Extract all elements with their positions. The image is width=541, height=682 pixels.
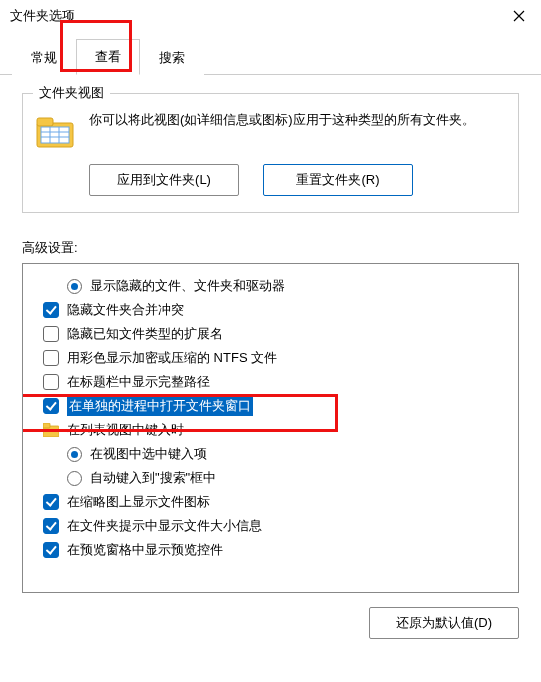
item-label: 在缩略图上显示文件图标 (67, 493, 210, 511)
list-item[interactable]: 在单独的进程中打开文件夹窗口 (31, 394, 510, 418)
item-label: 在列表视图中键入时 (67, 421, 184, 439)
list-item[interactable]: 显示隐藏的文件、文件夹和驱动器 (31, 274, 510, 298)
list-item[interactable]: 在文件夹提示中显示文件大小信息 (31, 514, 510, 538)
tab-strip: 常规 查看 搜索 (0, 38, 541, 75)
svg-rect-1 (37, 118, 53, 126)
list-item[interactable]: 在缩略图上显示文件图标 (31, 490, 510, 514)
folder-icon (35, 114, 75, 150)
checkbox-icon[interactable] (43, 326, 59, 342)
item-label: 自动键入到"搜索"框中 (90, 469, 216, 487)
apply-to-folders-button[interactable]: 应用到文件夹(L) (89, 164, 239, 196)
advanced-settings-label: 高级设置: (22, 239, 519, 257)
tab-view[interactable]: 查看 (76, 39, 140, 75)
checkbox-icon[interactable] (43, 302, 59, 318)
checkbox-icon[interactable] (43, 494, 59, 510)
item-label: 在视图中选中键入项 (90, 445, 207, 463)
checkbox-icon[interactable] (43, 398, 59, 414)
tab-panel-view: 文件夹视图 你可以将此视图(如详细信息或图标)应用于这种类型的所有文件夹。 应用… (0, 75, 541, 649)
list-item[interactable]: 隐藏已知文件类型的扩展名 (31, 322, 510, 346)
list-item[interactable]: 在列表视图中键入时 (31, 418, 510, 442)
advanced-settings-list[interactable]: 显示隐藏的文件、文件夹和驱动器 隐藏文件夹合并冲突 隐藏已知文件类型的扩展名 用… (22, 263, 519, 593)
restore-defaults-button[interactable]: 还原为默认值(D) (369, 607, 519, 639)
list-item[interactable]: 隐藏文件夹合并冲突 (31, 298, 510, 322)
group-title: 文件夹视图 (33, 84, 110, 102)
list-item[interactable]: 在预览窗格中显示预览控件 (31, 538, 510, 562)
item-label: 在文件夹提示中显示文件大小信息 (67, 517, 262, 535)
list-item[interactable]: 在标题栏中显示完整路径 (31, 370, 510, 394)
checkbox-icon[interactable] (43, 350, 59, 366)
checkbox-icon[interactable] (43, 518, 59, 534)
radio-icon[interactable] (67, 447, 82, 462)
item-label: 在标题栏中显示完整路径 (67, 373, 210, 391)
tab-general[interactable]: 常规 (12, 40, 76, 75)
svg-rect-8 (43, 423, 50, 428)
radio-icon[interactable] (67, 279, 82, 294)
item-label: 隐藏已知文件类型的扩展名 (67, 325, 223, 343)
item-label: 隐藏文件夹合并冲突 (67, 301, 184, 319)
close-icon[interactable] (507, 4, 531, 28)
folder-icon (43, 423, 59, 437)
checkbox-icon[interactable] (43, 374, 59, 390)
tab-search[interactable]: 搜索 (140, 40, 204, 75)
folder-views-description: 你可以将此视图(如详细信息或图标)应用于这种类型的所有文件夹。 (89, 110, 506, 130)
list-item[interactable]: 用彩色显示加密或压缩的 NTFS 文件 (31, 346, 510, 370)
list-item[interactable]: 自动键入到"搜索"框中 (31, 466, 510, 490)
item-label: 在预览窗格中显示预览控件 (67, 541, 223, 559)
checkbox-icon[interactable] (43, 542, 59, 558)
list-item[interactable]: 在视图中选中键入项 (31, 442, 510, 466)
window-title: 文件夹选项 (10, 7, 75, 25)
reset-folders-button[interactable]: 重置文件夹(R) (263, 164, 413, 196)
folder-views-group: 文件夹视图 你可以将此视图(如详细信息或图标)应用于这种类型的所有文件夹。 应用… (22, 93, 519, 213)
item-label: 用彩色显示加密或压缩的 NTFS 文件 (67, 349, 277, 367)
titlebar: 文件夹选项 (0, 0, 541, 32)
item-label: 在单独的进程中打开文件夹窗口 (67, 396, 253, 416)
radio-icon[interactable] (67, 471, 82, 486)
item-label: 显示隐藏的文件、文件夹和驱动器 (90, 277, 285, 295)
svg-rect-2 (41, 127, 69, 143)
